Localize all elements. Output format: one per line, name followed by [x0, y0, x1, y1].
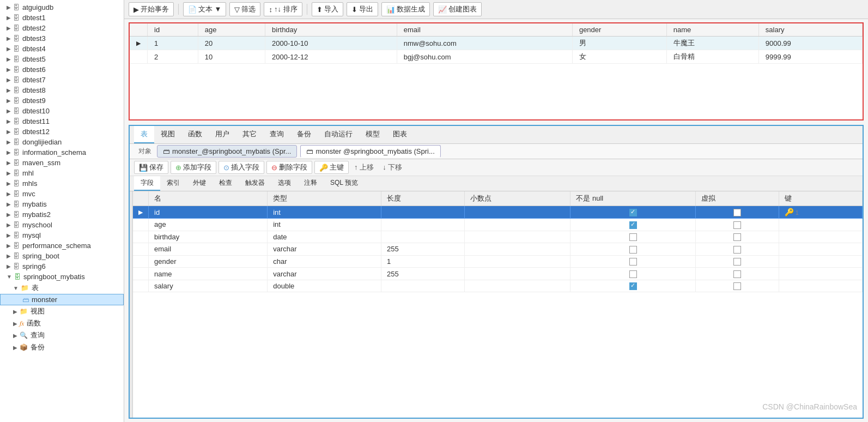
virtual-checkbox[interactable] [733, 209, 741, 216]
virtual-checkbox[interactable] [733, 282, 741, 290]
sort-button[interactable]: ↕ ↑↓ 排序 [264, 2, 302, 16]
sidebar-item-queries-folder[interactable]: ▶ 🔍 查询 [0, 329, 124, 341]
sidebar-item-dbtest9[interactable]: ▶ 🗄 dbtest9 [0, 95, 124, 106]
not-null-checkbox[interactable] [629, 209, 637, 216]
not-null-checkbox[interactable] [629, 270, 637, 278]
table-row[interactable]: ▶ 1 20 2000-10-10 nmw@sohu.com 男 牛魔王 900… [130, 37, 863, 50]
col-birthday[interactable]: birthday [265, 23, 397, 37]
sidebar-item-dbtest3[interactable]: ▶ 🗄 dbtest3 [0, 33, 124, 44]
fields-col-key[interactable]: 键 [779, 191, 862, 206]
virtual-checkbox[interactable] [733, 258, 741, 266]
sidebar-item-dbtest8[interactable]: ▶ 🗄 dbtest8 [0, 85, 124, 95]
sidebar-item-mhls[interactable]: ▶ 🗄 mhls [0, 178, 124, 189]
move-up-button[interactable]: ↑ 上移 [351, 161, 377, 173]
field-row[interactable]: email varchar 255 [133, 243, 863, 256]
sidebar-item-dbtest1[interactable]: ▶ 🗄 dbtest1 [0, 13, 124, 23]
fields-col-name[interactable]: 名 [149, 191, 268, 206]
col-gender[interactable]: gender [572, 23, 666, 37]
field-tab-选项[interactable]: 选项 [271, 176, 298, 191]
fields-col-notnull[interactable]: 不是 null [570, 191, 696, 206]
virtual-checkbox[interactable] [733, 233, 741, 241]
field-tab-外键[interactable]: 外键 [186, 176, 213, 191]
delete-field-button[interactable]: ⊖ 删除字段 [266, 161, 312, 174]
field-row[interactable]: age int [133, 219, 863, 231]
virtual-checkbox[interactable] [733, 221, 741, 229]
sidebar-item-dbtest12[interactable]: ▶ 🗄 dbtest12 [0, 126, 124, 137]
sidebar-item-dbtest7[interactable]: ▶ 🗄 dbtest7 [0, 75, 124, 85]
tab-用户[interactable]: 用户 [209, 126, 236, 143]
tab-备份[interactable]: 备份 [290, 126, 318, 143]
sidebar-item-monster-table[interactable]: 🗃 monster [0, 294, 124, 305]
tab-自动运行[interactable]: 自动运行 [318, 126, 359, 143]
object-tab-monster[interactable]: 🗃 monster @springboot_mybatis (Spri... [300, 145, 440, 158]
field-row[interactable]: ▶ id int 🔑 1 [133, 206, 863, 219]
field-tab-SQL 预览[interactable]: SQL 预览 [324, 176, 365, 191]
tab-图表[interactable]: 图表 [386, 126, 414, 143]
col-salary[interactable]: salary [758, 23, 862, 37]
not-null-checkbox[interactable] [629, 246, 637, 254]
sidebar-item-donglijiedian[interactable]: ▶ 🗄 donglijiedian [0, 137, 124, 147]
sidebar-item-functions-folder[interactable]: ▶ 𝑓𝑥 函数 [0, 317, 124, 329]
virtual-checkbox[interactable] [733, 246, 741, 254]
field-tab-触发器[interactable]: 触发器 [239, 176, 271, 191]
col-age[interactable]: age [198, 23, 265, 37]
sidebar-item-mvc[interactable]: ▶ 🗄 mvc [0, 189, 124, 199]
move-down-button[interactable]: ↓ 下移 [379, 161, 405, 173]
sidebar-item-views-folder[interactable]: ▶ 📁 视图 [0, 305, 124, 317]
sidebar-item-dbtest4[interactable]: ▶ 🗄 dbtest4 [0, 44, 124, 54]
sidebar-item-dbtest6[interactable]: ▶ 🗄 dbtest6 [0, 64, 124, 75]
add-field-button[interactable]: ⊕ 添加字段 [171, 161, 216, 174]
text-button[interactable]: 📄 文本 ▼ [183, 2, 226, 16]
not-null-checkbox[interactable] [629, 282, 637, 290]
col-id[interactable]: id [148, 23, 198, 37]
sidebar-item-springboot-mybatis[interactable]: ▼ 🗄 springboot_mybatis [0, 272, 124, 282]
sidebar-item-tables-folder[interactable]: ▼ 📁 表 [0, 282, 124, 294]
virtual-checkbox[interactable] [733, 270, 741, 278]
field-row[interactable]: salary double [133, 280, 863, 292]
sidebar-item-information-schema[interactable]: ▶ 🗄 information_schema [0, 147, 124, 158]
import-button[interactable]: ⬆ 导入 [312, 2, 343, 16]
sidebar-item-dbtest2[interactable]: ▶ 🗄 dbtest2 [0, 23, 124, 33]
primary-key-button[interactable]: 🔑 主键 [314, 161, 349, 174]
start-transaction-button[interactable]: ▶ 开始事务 [129, 2, 174, 16]
field-tab-检查[interactable]: 检查 [213, 176, 239, 191]
not-null-checkbox[interactable] [629, 258, 637, 266]
insert-field-button[interactable]: ⊙ 插入字段 [218, 161, 264, 174]
tab-视图[interactable]: 视图 [154, 126, 181, 143]
sidebar-item-maven-ssm[interactable]: ▶ 🗄 maven_ssm [0, 158, 124, 168]
fields-col-type[interactable]: 类型 [268, 191, 381, 206]
sidebar-item-spring6[interactable]: ▶ 🗄 spring6 [0, 261, 124, 272]
field-tab-字段[interactable]: 字段 [134, 176, 160, 191]
sidebar-item-dbtest11[interactable]: ▶ 🗄 dbtest11 [0, 116, 124, 126]
sidebar-item-dbtest10[interactable]: ▶ 🗄 dbtest10 [0, 106, 124, 116]
not-null-checkbox[interactable] [629, 221, 637, 229]
field-tab-索引[interactable]: 索引 [160, 176, 186, 191]
sidebar-item-dbtest5[interactable]: ▶ 🗄 dbtest5 [0, 54, 124, 64]
not-null-checkbox[interactable] [629, 233, 637, 241]
sidebar-item-performance-schema[interactable]: ▶ 🗄 performance_schema [0, 240, 124, 251]
sidebar-item-mhl[interactable]: ▶ 🗄 mhl [0, 168, 124, 178]
create-chart-button[interactable]: 📈 创建图表 [433, 2, 482, 16]
sidebar-item-mybatis[interactable]: ▶ 🗄 mybatis [0, 199, 124, 209]
col-email[interactable]: email [397, 23, 572, 37]
field-row[interactable]: gender char 1 [133, 255, 863, 268]
tab-查询[interactable]: 查询 [263, 126, 290, 143]
tab-模型[interactable]: 模型 [359, 126, 386, 143]
field-row[interactable]: birthday date [133, 231, 863, 243]
sidebar-item-mybatis2[interactable]: ▶ 🗄 mybatis2 [0, 209, 124, 220]
export-button[interactable]: ⬇ 导出 [347, 2, 378, 16]
sidebar-item-myschool[interactable]: ▶ 🗄 myschool [0, 220, 124, 230]
sidebar-item-backups-folder[interactable]: ▶ 📦 备份 [0, 341, 124, 353]
tab-其它[interactable]: 其它 [236, 126, 263, 143]
object-tab-monster-underscore[interactable]: 🗃 monster_@springboot_mybatis (Spr... [157, 145, 297, 158]
field-row[interactable]: name varchar 255 [133, 268, 863, 280]
fields-col-virtual[interactable]: 虚拟 [696, 191, 779, 206]
data-gen-button[interactable]: 📊 数据生成 [381, 2, 430, 16]
sidebar-item-atguigudb[interactable]: ▶ 🗄 atguigudb [0, 2, 124, 13]
sidebar-item-mysql[interactable]: ▶ 🗄 mysql [0, 230, 124, 240]
table-row[interactable]: 2 10 2000-12-12 bgj@sohu.com 女 白骨精 9999.… [130, 50, 863, 64]
col-name[interactable]: name [666, 23, 758, 37]
filter-button[interactable]: ▽ 筛选 [229, 2, 260, 16]
tab-表[interactable]: 表 [134, 126, 154, 143]
tab-函数[interactable]: 函数 [181, 126, 209, 143]
